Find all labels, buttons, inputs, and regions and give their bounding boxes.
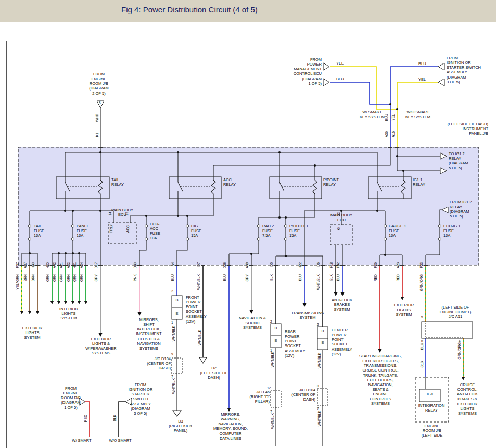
engine-room-jb-bottom-label: ENGINE ROOM J/B (LEFT SIDE bbox=[415, 424, 449, 438]
fuse-label-cig: CIG FUSE 15A bbox=[191, 224, 210, 238]
pin-color: BLU bbox=[337, 274, 340, 281]
pin-color: YEL/GRN bbox=[16, 274, 20, 290]
dest-transmissions: TRANSMISSIONS SYSTEM bbox=[285, 311, 330, 320]
fuse-label-gauge1: GAUGE 1 FUSE 10A bbox=[389, 224, 413, 238]
dest-mirrors-shift: MIRRORS, SHIFT INTERLOCK, INSTRUMENT CLU… bbox=[129, 317, 169, 351]
wire-label-red-bottom: RED bbox=[84, 415, 88, 422]
wire-label-blu-left: BLU bbox=[336, 76, 349, 81]
wiring-diagram-page: Fig 4: Power Distribution Circuit (4 of … bbox=[0, 0, 496, 448]
pin-id: F37 bbox=[16, 262, 20, 268]
a51-wire-grnorg: GRN/ORG bbox=[458, 342, 462, 359]
dest-anti-lock-brakes: ANTI-LOCK BRAKES SYSTEM bbox=[327, 298, 357, 312]
pin-color: GRN bbox=[53, 274, 57, 282]
front-wire-whtblk-2: WHT/BLK bbox=[172, 378, 176, 394]
pin-id: D40 bbox=[134, 262, 137, 268]
ecu2-ig-label: IG bbox=[337, 227, 341, 231]
pin-id: D7 bbox=[197, 262, 201, 267]
wire-label-blk-bottom: BLK bbox=[113, 415, 117, 421]
front-pin-7: 7 bbox=[171, 375, 173, 378]
center-conn-e: E bbox=[319, 340, 326, 345]
pin-id: A24 bbox=[80, 262, 84, 268]
front-pin-1: 1 bbox=[171, 321, 173, 324]
triangle-ign-blu bbox=[438, 63, 444, 70]
page-title: Fig 4: Power Distribution Circuit (4 of … bbox=[121, 5, 258, 14]
triangle-pm-blu bbox=[323, 79, 329, 86]
src-power-mgmt-ecu: FROM POWER MANAGEMENT CONTROL ECU (DIAGR… bbox=[273, 57, 322, 86]
a51-pin-5: 5 bbox=[421, 315, 423, 319]
center-pin-8: 8 bbox=[317, 384, 319, 388]
front-wire-whtblk-1: WHT/BLK bbox=[172, 326, 176, 341]
pin-id: F26 bbox=[374, 262, 378, 268]
ig11-relay-label: IG1 1 RELAY bbox=[413, 177, 435, 187]
wire-label-wht: WHT bbox=[96, 114, 99, 122]
pin-color: BLK bbox=[270, 274, 274, 281]
pin-id: D17 bbox=[95, 262, 98, 268]
pin-id: A23 bbox=[397, 262, 400, 268]
pin-id: H21 bbox=[73, 262, 77, 268]
front-pin-9: 9 bbox=[171, 352, 173, 356]
pin-id: A39 bbox=[246, 262, 249, 268]
center-pin-2: 2 bbox=[317, 323, 319, 326]
dest-exterior-wiper: EXTERIOR LIGHTS & WIPER/WASHER SYSTEMS bbox=[81, 337, 121, 356]
pin-color: RED bbox=[397, 274, 400, 281]
dest-starting-charging: STARTING/CHARGING, EXTERIOR LIGHTS, TRAN… bbox=[356, 354, 405, 406]
center-socket-label: CENTER POWER POINT SOCKET ASSEMBLY (12V) bbox=[332, 328, 361, 356]
wo-smart-bottom-label: W/O SMART bbox=[105, 438, 135, 443]
pin-id: A42 bbox=[53, 262, 57, 268]
pin-id: A37 bbox=[24, 262, 28, 268]
wo-smart-key-label: W/O SMART KEY SYSTEM bbox=[400, 110, 436, 119]
dest-navigation-sound: NAVIGATION & SOUND SYSTEMS bbox=[235, 316, 270, 330]
pin-color: BLU bbox=[171, 274, 175, 281]
main-body-ecu-title-2: MAIN BODY ECU bbox=[328, 213, 354, 222]
rear-pin-12: 12 bbox=[267, 386, 271, 390]
fuse-label-ecu-acc: ECU- ACC FUSE 10A bbox=[150, 222, 171, 241]
pin-id: D38 bbox=[223, 262, 227, 268]
blu-wire-left bbox=[330, 82, 390, 104]
src-ignition-bottom: FROM IGNITION OR STARTER SWITCH ASSEMBLY… bbox=[125, 382, 156, 416]
dest-exterior-lights-right: EXTERIOR LIGHTS SYSTEM bbox=[389, 303, 418, 317]
wire-label-yel-left: YEL bbox=[336, 61, 349, 66]
main-body-ecu-title-1: MAIN BODY ECU bbox=[108, 208, 136, 217]
rear-conn-e: E bbox=[272, 338, 279, 343]
dest-mirrors-warning: MIRRORS, WARNING, NAVIGATION, MEMORY, SO… bbox=[213, 412, 248, 441]
pin-id: F18 bbox=[330, 262, 334, 268]
wire-label-blu-right: BLU bbox=[418, 61, 431, 66]
pin-id: H20 bbox=[46, 262, 50, 268]
pin-color: WHT/BLK bbox=[317, 274, 321, 290]
pin-color: GRN bbox=[46, 274, 50, 282]
pin-color: GRY bbox=[246, 274, 249, 282]
pin-id: F33 bbox=[420, 262, 424, 268]
pin-id: H30 bbox=[32, 262, 35, 268]
fuse-label-poutlet: P/OUTLET FUSE 15A bbox=[289, 224, 315, 238]
jc-d104-label-b: J/C D104 (CENTER OF DASH) bbox=[289, 388, 315, 402]
dest-exterior-lights-left: EXTERIOR LIGHTS SYSTEM bbox=[19, 326, 46, 340]
wire-label-yel-right: YEL bbox=[418, 77, 431, 82]
fuse-label-ecu-ig1: ECU-IG 1 FUSE 10A bbox=[443, 224, 467, 238]
front-conn-b: B bbox=[173, 298, 181, 302]
grn-org-stripe bbox=[426, 265, 463, 377]
w-smart-bottom-label: W/ SMART bbox=[68, 438, 96, 443]
triangle-5-number: 5 bbox=[99, 101, 103, 105]
jc-l46-label: J/C L46 (RIGHT "D" PILLAR) bbox=[245, 390, 270, 404]
pin-id: A22 bbox=[67, 262, 71, 268]
integration-relay-label: INTEGRATION RELAY bbox=[415, 403, 448, 413]
pin-color: PNK bbox=[134, 274, 137, 281]
pin-color: BLU bbox=[223, 274, 227, 281]
triangle-pm-yel bbox=[323, 63, 329, 70]
ig1-box-label: IG1 bbox=[419, 392, 440, 396]
from-ig12-relay-label: FROM IG1 2 RELAY (DIAGRAM 5 OF 5) bbox=[450, 200, 484, 219]
ground-d2-label: D2 (LEFT SIDE OF DASH) bbox=[198, 366, 230, 380]
src-ignition-top: FROM IGNITION OR STARTER SWITCH ASSEMBLY… bbox=[447, 56, 493, 84]
pin-color: WHT/BLK bbox=[197, 274, 201, 290]
pin-color: BLK bbox=[330, 274, 334, 281]
src-engine-room-rb: FROM ENGINE ROOM R/B (DIAGRAM 1 OF 5) bbox=[55, 386, 86, 410]
jc-a51-box bbox=[422, 322, 473, 338]
center-conn-b: B bbox=[319, 329, 326, 334]
ground-d3-label: D3 (RIGHT KICK PANEL) bbox=[166, 419, 196, 433]
a51-pin-6: 6 bbox=[421, 339, 423, 343]
pin-color: BRN bbox=[24, 274, 28, 281]
pin-color: RED bbox=[374, 274, 378, 281]
ecu1-pin-29: 29 bbox=[125, 212, 129, 216]
src-engine-room-jb: FROM ENGINE ROOM J/B (DIAGRAM 2 OF 5) bbox=[82, 72, 116, 96]
pin-label-k1: K1 bbox=[96, 133, 99, 137]
